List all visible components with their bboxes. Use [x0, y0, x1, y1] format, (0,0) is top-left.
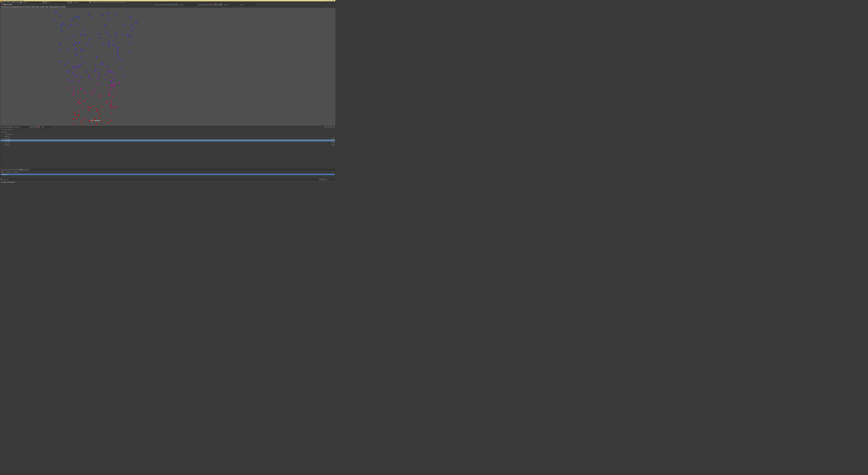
menu-view[interactable]: View [3, 127, 5, 127]
editor-type-icon[interactable]: ⓘ [0, 1, 2, 3]
orientation-dropdown[interactable]: Global [40, 126, 51, 128]
scene-item[interactable]: Scene [4, 131, 7, 132]
material-slot-list[interactable]: ●sphere_mat [0, 173, 336, 178]
particle-sphere [116, 13, 117, 15]
screen-layout-field[interactable]: Materials [23, 1, 42, 3]
menu-search[interactable]: Search [5, 129, 7, 130]
particle-sphere [71, 19, 72, 20]
layout-del-button[interactable]: × [45, 1, 47, 3]
particle-sphere [54, 19, 55, 20]
editor-type-icon[interactable]: ≡ [1, 129, 1, 130]
panel-custom-properties[interactable]: Custom Properties [0, 181, 336, 183]
world-type-icon[interactable]: 🌐 [170, 4, 173, 6]
particle-sphere [118, 48, 119, 49]
use-nodes-checkbox[interactable] [203, 4, 204, 5]
particle-sphere [110, 103, 112, 106]
breadcrumb-object[interactable]: Icosphere [7, 172, 11, 172]
menu-object[interactable]: Object [11, 127, 13, 127]
render-mode-solid-icon[interactable]: ● [328, 126, 330, 128]
tab-render[interactable] [0, 169, 3, 171]
render-engine-dropdown[interactable]: Cycles Render [72, 1, 88, 3]
material-name-field[interactable]: sphere_mat [3, 178, 319, 180]
shading-icon[interactable]: ◐ [30, 126, 32, 128]
tab-particles[interactable] [25, 169, 27, 171]
del-button[interactable]: × [201, 4, 203, 6]
tab-constraints[interactable] [13, 169, 15, 171]
particle-sphere [97, 78, 98, 79]
menu-view[interactable]: View [2, 129, 4, 130]
outliner-item[interactable]: ▸◆Plane👁▸📷 [0, 144, 335, 146]
menu-render[interactable]: Render [6, 2, 11, 3]
material-browse-icon[interactable]: ● [1, 178, 3, 180]
tab-scene[interactable] [5, 169, 7, 171]
particle-sphere [111, 113, 113, 115]
tab-texture[interactable] [22, 169, 25, 171]
menu-node[interactable]: Node [165, 4, 167, 5]
render-mode-wire-icon[interactable]: ▦ [325, 126, 327, 128]
tab-modifiers[interactable] [15, 169, 17, 171]
tab-world[interactable] [8, 169, 10, 171]
pin-icon[interactable]: 📌 [210, 4, 212, 6]
material-field[interactable]: sphere_mat [178, 4, 197, 6]
menu-add[interactable]: Add [8, 127, 10, 127]
display-mode-dropdown[interactable]: All Scenes [8, 129, 24, 130]
layout-add-button[interactable]: + [42, 1, 44, 3]
menu-select[interactable]: Select [160, 4, 162, 5]
window-title: Blender* [C:\Users\Jason\Projects\_Tests… [1, 0, 24, 1]
menu-add[interactable]: Add [163, 4, 165, 5]
3d-viewport[interactable]: ✛ (126) Icosphere [0, 8, 336, 126]
particle-sphere [85, 92, 86, 94]
tab-material[interactable] [20, 169, 22, 171]
material-field-2[interactable]: sphere_mat [223, 4, 239, 6]
outliner-item[interactable]: ▸◆Icosphere👁▸📷 [0, 139, 335, 141]
node-editor-area[interactable]: Particle Info Index Age Lifetime Locatio… [0, 3, 155, 6]
render-mode-mat-icon[interactable]: ◉ [330, 126, 332, 128]
render-mode-rendered-icon[interactable]: ☀ [333, 126, 335, 128]
menu-select[interactable]: Select [6, 127, 8, 127]
outliner-tree[interactable]: ⊟🔷Scene ▸◆RenderLayers▸◆World▸◆Camera👁▸📷… [0, 131, 336, 169]
tab-data[interactable] [18, 169, 20, 171]
snap-icon[interactable]: 🧲 [215, 4, 217, 6]
particle-sphere [81, 34, 82, 35]
snap-icon[interactable]: 🧲 [38, 126, 40, 128]
outliner-item[interactable]: ▸◆World [0, 135, 335, 137]
tab-physics[interactable] [27, 169, 30, 171]
outliner-item[interactable]: ▸◆Lamp👁▸📷 [0, 142, 335, 144]
editor-type-icon[interactable]: ◇ [1, 126, 3, 128]
mode-dropdown[interactable]: ● Object Mode [14, 126, 30, 128]
go-parent-icon[interactable]: ↑ [213, 4, 215, 6]
line-type-icon[interactable]: 〰 [173, 4, 175, 6]
outliner-item[interactable]: ▸◆RenderLayers [0, 133, 335, 135]
menu-help[interactable]: Help [16, 2, 20, 3]
tab-object[interactable] [10, 169, 12, 171]
material-name-label: sphere_mat [3, 3, 12, 5]
scene-del-button[interactable]: × [70, 1, 72, 3]
menu-view[interactable]: View [158, 4, 160, 5]
axis-gizmo [2, 120, 6, 124]
particle-sphere [117, 51, 119, 52]
new-button[interactable]: + [198, 4, 200, 6]
breadcrumb-material[interactable]: sphere_mat [14, 172, 18, 172]
scene-add-button[interactable]: + [67, 1, 69, 3]
editor-type-icon[interactable]: ⬚ [155, 4, 157, 6]
outliner-item[interactable]: ▸◆Camera👁▸📷 [0, 137, 335, 139]
nodes-button[interactable]: ⬚ [322, 178, 324, 180]
particle-sphere [78, 81, 79, 82]
layers-icon[interactable]: ▦ [35, 126, 37, 128]
scene-field[interactable]: Scene [48, 1, 67, 3]
tab-renderlayers[interactable] [3, 169, 5, 171]
unlink-button[interactable]: × [324, 178, 326, 180]
back-button[interactable]: ◀ [20, 1, 22, 3]
link-dropdown[interactable]: Data [326, 178, 335, 180]
shader-type-icon[interactable]: ● [168, 4, 170, 6]
paste-icon[interactable]: 📋 [220, 4, 222, 6]
fake-user-button[interactable]: F [319, 178, 321, 180]
particle-sphere [115, 107, 117, 108]
copy-icon[interactable]: ⎘ [218, 4, 220, 6]
tree-type-icon[interactable]: ◉ [176, 4, 178, 6]
menu-file[interactable]: File [3, 2, 6, 3]
object-field[interactable]: Icosphere [239, 4, 255, 6]
particle-sphere [71, 24, 72, 26]
menu-window[interactable]: Window [11, 2, 16, 3]
pivot-icon[interactable]: ⊕ [33, 126, 35, 128]
